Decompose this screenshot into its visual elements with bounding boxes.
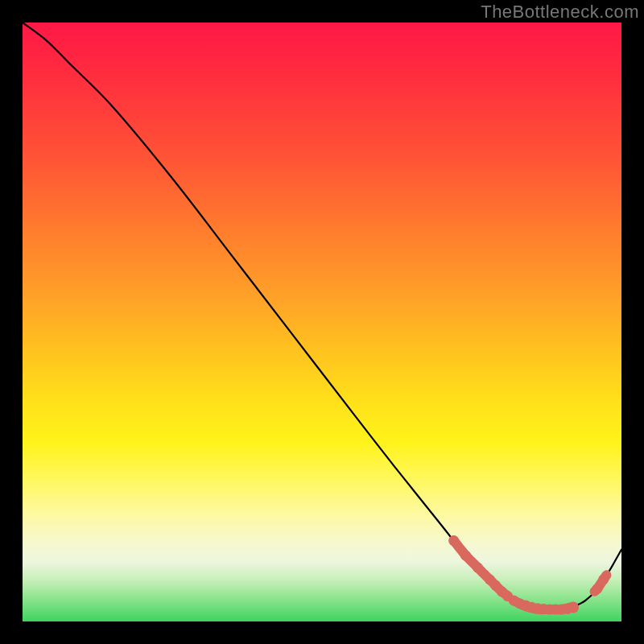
data-marker xyxy=(448,535,459,546)
curve-line xyxy=(23,23,621,609)
data-marker xyxy=(473,563,483,573)
chart-frame: TheBottleneck.com xyxy=(0,0,644,644)
chart-svg xyxy=(23,23,621,621)
plot-area xyxy=(23,23,621,621)
marker-group xyxy=(448,535,609,615)
watermark-text: TheBottleneck.com xyxy=(481,2,639,23)
data-marker xyxy=(460,551,471,561)
highlight-segments xyxy=(454,541,607,610)
data-marker xyxy=(598,574,609,584)
data-marker xyxy=(592,584,603,594)
data-marker xyxy=(568,602,579,613)
